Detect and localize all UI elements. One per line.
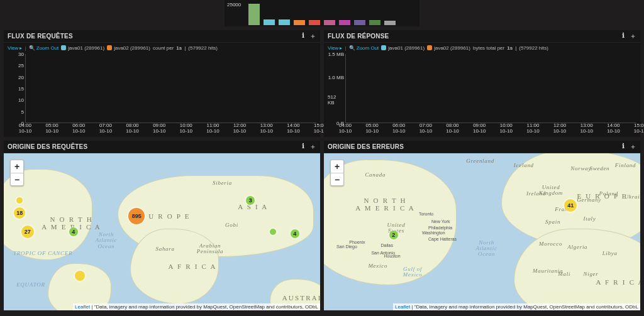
map-label: Germany bbox=[577, 197, 601, 203]
zoom-out-link[interactable]: 🔍 Zoom Out bbox=[349, 45, 379, 51]
map-marker[interactable]: 18 bbox=[14, 207, 25, 219]
zoom-in-button[interactable]: + bbox=[331, 160, 343, 173]
leaflet-link[interactable]: Leaflet bbox=[395, 304, 410, 310]
zoom-out-link[interactable]: 🔍 Zoom Out bbox=[29, 45, 59, 51]
panel-flux-requetes: FLUX DE REQUÊTES ℹ ＋ View ▸ | 🔍 Zoom Out… bbox=[4, 30, 320, 137]
map-label: NorthAtlanticOcean bbox=[96, 232, 117, 249]
map-label: N O R T HA M E R I C A bbox=[355, 197, 415, 212]
map-label: Dallas bbox=[381, 243, 393, 248]
legend-java01[interactable]: java01 (289961) bbox=[61, 45, 104, 51]
map-label: Cape Hatteras bbox=[428, 237, 457, 241]
interval-label: 1s bbox=[176, 45, 182, 51]
interval-label: 1s bbox=[507, 45, 513, 51]
top-bar bbox=[294, 20, 305, 25]
map-marker[interactable]: 3 bbox=[246, 196, 255, 205]
legend-java01[interactable]: java01 (289961) bbox=[381, 45, 425, 51]
panel-title: ORIGINE DES ERREURS bbox=[328, 143, 622, 150]
world-map[interactable]: + − Leaflet | "Data, imagery and map inf… bbox=[324, 153, 640, 310]
top-bar bbox=[369, 20, 380, 25]
zoom-in-button[interactable]: + bbox=[11, 160, 23, 173]
map-label: E U R O P E bbox=[140, 213, 190, 221]
map-label: Finland bbox=[615, 163, 636, 168]
map-label: New York bbox=[431, 219, 450, 224]
map-label: Siberia bbox=[213, 180, 232, 186]
panel-title: FLUX DE RÉPONSE bbox=[328, 33, 622, 40]
map-label: Mali bbox=[558, 271, 570, 277]
map-label: NorthAtlanticOcean bbox=[475, 240, 497, 258]
map-marker[interactable]: 41 bbox=[564, 199, 577, 212]
hits-label: (579922 hits) bbox=[519, 45, 548, 51]
zoom-out-button[interactable]: − bbox=[331, 173, 343, 185]
top-bar bbox=[248, 4, 260, 25]
add-icon[interactable]: ＋ bbox=[630, 142, 636, 151]
map-label: Washington bbox=[422, 231, 445, 235]
map-label: A S I A bbox=[238, 204, 268, 211]
map-label: A F R I C A bbox=[596, 279, 640, 286]
map-label: Iceland bbox=[514, 163, 534, 168]
map-marker[interactable]: 895 bbox=[128, 208, 145, 224]
panel-origine-requetes: ORIGINE DES REQUÊTES ℹ ＋ + − Leaflet | "… bbox=[4, 141, 320, 310]
swatch-orange-icon bbox=[427, 45, 432, 50]
map-marker[interactable] bbox=[270, 229, 276, 235]
swatch-teal-icon bbox=[381, 45, 386, 50]
chart-bars bbox=[346, 54, 636, 123]
agg-label: bytes total per bbox=[473, 45, 504, 51]
view-link[interactable]: View ▸ bbox=[8, 45, 22, 51]
map-label: Norway bbox=[570, 166, 591, 172]
info-icon[interactable]: ℹ bbox=[622, 31, 625, 41]
map-label: ArabianPeninsula bbox=[197, 243, 223, 255]
panel-header: FLUX DE RÉPONSE ℹ ＋ bbox=[324, 30, 640, 43]
add-icon[interactable]: ＋ bbox=[309, 142, 316, 151]
panel-title: ORIGINE DES REQUÊTES bbox=[8, 143, 302, 150]
map-label: San Antonio bbox=[371, 251, 395, 255]
swatch-orange-icon bbox=[107, 45, 112, 50]
map-label: Spain bbox=[545, 219, 560, 225]
map-marker[interactable] bbox=[16, 197, 23, 204]
map-label: Greenland bbox=[466, 158, 494, 164]
view-link[interactable]: View ▸ bbox=[328, 45, 342, 51]
map-marker[interactable]: 4 bbox=[69, 227, 78, 236]
map-label: Libya bbox=[602, 251, 618, 256]
info-icon[interactable]: ℹ bbox=[302, 142, 304, 151]
legend-java02[interactable]: java02 (289961) bbox=[427, 45, 470, 51]
leaflet-link[interactable]: Leaflet bbox=[75, 304, 90, 310]
top-mini-chart-ylabel: 25000 bbox=[227, 2, 241, 8]
add-icon[interactable]: ＋ bbox=[630, 31, 636, 41]
zoom-out-button[interactable]: − bbox=[11, 173, 23, 185]
y-axis: 051015202530 bbox=[8, 54, 25, 123]
top-bar bbox=[384, 21, 396, 25]
info-icon[interactable]: ℹ bbox=[622, 142, 625, 151]
panel-subheader: View ▸ | 🔍 Zoom Out java01 (289961) java… bbox=[324, 43, 640, 53]
map-label: Toronto bbox=[419, 212, 433, 216]
zoom-control: + − bbox=[10, 160, 24, 186]
map-label: EQUATOR bbox=[16, 282, 45, 288]
map-marker[interactable] bbox=[75, 271, 85, 281]
map-label: Sahara bbox=[155, 246, 174, 252]
map-marker[interactable]: 2 bbox=[389, 231, 398, 239]
map-label: Morocco bbox=[539, 241, 562, 247]
agg-label: count per bbox=[153, 45, 174, 51]
hits-label: (579922 hits) bbox=[188, 45, 218, 51]
swatch-teal-icon bbox=[61, 45, 66, 50]
zoom-control: + − bbox=[330, 160, 344, 186]
map-marker[interactable]: 4 bbox=[291, 229, 299, 238]
panel-header: ORIGINE DES ERREURS ℹ ＋ bbox=[324, 141, 640, 153]
top-mini-chart-row: 25000 bbox=[0, 0, 644, 26]
panel-header: ORIGINE DES REQUÊTES ℹ ＋ bbox=[4, 141, 320, 153]
map-label: Italy bbox=[583, 216, 596, 222]
map-attribution: Leaflet | "Data, imagery and map informa… bbox=[73, 303, 320, 310]
legend-java02[interactable]: java02 (289961) bbox=[107, 45, 150, 51]
add-icon[interactable]: ＋ bbox=[309, 31, 316, 41]
map-label: AUSTRALIA bbox=[282, 295, 320, 302]
chart-bars bbox=[26, 54, 316, 123]
map-label: Ireland bbox=[526, 191, 546, 197]
panel-header: FLUX DE REQUÊTES ℹ ＋ bbox=[4, 30, 320, 43]
dashboard-grid: FLUX DE REQUÊTES ℹ ＋ View ▸ | 🔍 Zoom Out… bbox=[0, 26, 644, 314]
info-icon[interactable]: ℹ bbox=[302, 31, 304, 41]
top-bar bbox=[354, 20, 365, 25]
panel-title: FLUX DE REQUÊTES bbox=[8, 33, 302, 40]
map-marker[interactable]: 27 bbox=[21, 226, 34, 238]
world-map[interactable]: + − Leaflet | "Data, imagery and map inf… bbox=[4, 153, 320, 310]
map-label: Phoenix bbox=[349, 240, 365, 244]
panel-flux-reponse: FLUX DE RÉPONSE ℹ ＋ View ▸ | 🔍 Zoom Out … bbox=[324, 30, 640, 137]
